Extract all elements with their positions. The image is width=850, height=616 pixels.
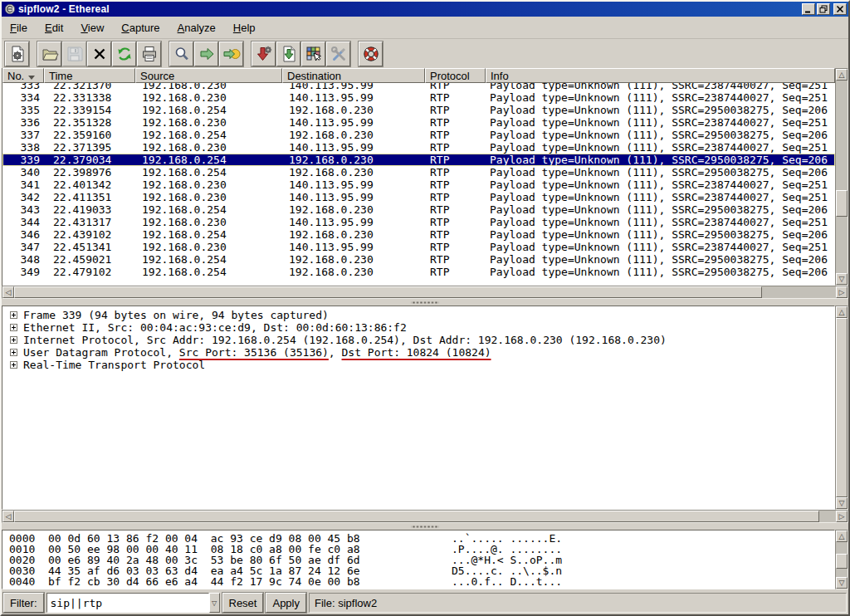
find-packet-button[interactable] [169, 42, 193, 66]
scrollbar-thumb[interactable] [14, 286, 762, 298]
scrollbar-thumb[interactable] [836, 318, 848, 497]
tree-node[interactable]: User Datagram Protocol, Src Port: 35136 … [6, 346, 834, 359]
packet-row[interactable]: 33522.339154192.168.0.254192.168.0.230RT… [2, 104, 835, 116]
scroll-up-arrow-icon[interactable]: △ [836, 530, 848, 542]
reset-button[interactable]: Reset [222, 593, 264, 613]
scroll-right-arrow-icon[interactable]: ▷ [836, 286, 848, 298]
filter-dropdown-arrow-icon[interactable]: ▽ [209, 593, 220, 613]
pane-splitter-bottom[interactable] [2, 523, 848, 530]
scroll-down-arrow-icon[interactable]: ▽ [836, 577, 848, 589]
apply-button[interactable]: Apply [266, 593, 306, 613]
print-button[interactable] [137, 42, 161, 66]
hex-vscrollbar[interactable]: △ ▽ [835, 530, 848, 589]
packet-row[interactable]: 34622.439102192.168.0.254192.168.0.230RT… [2, 228, 835, 241]
scrollbar-thumb[interactable] [836, 190, 848, 217]
expand-plus-icon[interactable] [10, 336, 17, 344]
scroll-left-arrow-icon[interactable]: ◁ [2, 286, 14, 298]
packet-list-viewport: 33322.321370192.168.0.230140.113.95.99RT… [2, 83, 835, 286]
main-toolbar [2, 39, 848, 68]
filter-button[interactable]: Filter: [3, 593, 44, 613]
column-header-dst[interactable]: Destination [282, 68, 425, 83]
close-button[interactable] [833, 3, 847, 15]
preferences-button[interactable] [326, 42, 350, 66]
packet-row[interactable]: 34422.431317192.168.0.230140.113.95.99RT… [2, 216, 835, 228]
tree-node[interactable]: Ethernet II, Src: 00:04:ac:93:ce:d9, Dst… [6, 321, 834, 334]
scroll-up-arrow-icon[interactable]: △ [836, 306, 848, 318]
hex-row[interactable]: 0040bf f2 cb 30 d4 66 e6 a4 44 f2 17 9c … [9, 576, 834, 587]
packet-row[interactable]: 34722.451341192.168.0.230140.113.95.99RT… [2, 241, 835, 253]
close-file-button[interactable] [87, 42, 111, 66]
column-header-src[interactable]: Source [135, 68, 282, 83]
menu-edit[interactable]: Edit [45, 22, 63, 34]
help-button[interactable] [359, 42, 383, 66]
packet-row[interactable]: 33622.351328192.168.0.230140.113.95.99RT… [2, 116, 835, 129]
go-to-packet-icon [222, 45, 241, 63]
menu-file[interactable]: File [10, 22, 27, 34]
reload-button[interactable] [112, 42, 136, 66]
expand-plus-icon[interactable] [10, 311, 17, 319]
title-bar[interactable]: sipflow2 - Ethereal [2, 2, 848, 17]
scrollbar-thumb[interactable] [836, 554, 848, 569]
menu-capture[interactable]: Capture [121, 22, 159, 34]
expand-plus-icon[interactable] [10, 324, 17, 331]
packet-list-vscrollbar[interactable]: △ ▽ [835, 68, 848, 286]
menu-analyze[interactable]: Analyze [178, 22, 216, 34]
tree-node[interactable]: Internet Protocol, Src Addr: 192.168.0.2… [6, 334, 834, 346]
scroll-right-arrow-icon[interactable]: ▷ [836, 511, 848, 522]
annotation-red-underline: Dst Port: 10824 (10824) [342, 346, 491, 359]
hex-dump: 000000 0d 60 13 86 f2 00 04 ac 93 ce d9 … [2, 530, 835, 589]
scroll-left-arrow-icon[interactable]: ◁ [2, 511, 14, 522]
packet-row[interactable]: 33722.359160192.168.0.254192.168.0.230RT… [2, 129, 835, 141]
packet-row[interactable]: 34322.419033192.168.0.254192.168.0.230RT… [2, 203, 835, 216]
scroll-up-arrow-icon[interactable]: △ [836, 69, 848, 81]
scrollbar-track[interactable] [836, 542, 848, 577]
pane-splitter-top[interactable] [2, 299, 848, 306]
packet-row[interactable]: 34922.479102192.168.0.254192.168.0.230RT… [2, 266, 835, 278]
packet-list-hscrollbar[interactable]: ◁ ▷ [2, 286, 848, 299]
tree-node[interactable]: Frame 339 (94 bytes on wire, 94 bytes ca… [6, 309, 834, 321]
menu-help[interactable]: Help [233, 22, 256, 34]
menu-view[interactable]: View [81, 22, 104, 34]
column-header-no[interactable]: No. [2, 68, 44, 83]
scrollbar-track[interactable] [836, 318, 848, 497]
help-icon [362, 45, 380, 63]
scroll-down-arrow-icon[interactable]: ▽ [836, 273, 848, 285]
packet-row-selected[interactable]: 33922.379034192.168.0.254192.168.0.230RT… [2, 154, 835, 166]
restore-button[interactable] [817, 3, 830, 15]
minimize-button[interactable] [802, 3, 815, 15]
tree-node[interactable]: Real-Time Transport Protocol [6, 359, 834, 371]
packet-row[interactable]: 34022.398976192.168.0.254192.168.0.230RT… [2, 166, 835, 178]
expand-plus-icon[interactable] [10, 361, 17, 369]
column-header-proto[interactable]: Protocol [425, 68, 486, 83]
column-header-time[interactable]: Time [44, 68, 135, 83]
edit-capture-filter-button[interactable] [252, 42, 276, 66]
sort-indicator-icon [28, 76, 35, 80]
scroll-down-arrow-icon[interactable]: ▽ [836, 497, 848, 509]
packet-row[interactable]: 33822.371395192.168.0.230140.113.95.99RT… [2, 141, 835, 154]
go-to-packet-button[interactable] [219, 42, 243, 66]
scrollbar-track[interactable] [14, 511, 836, 522]
detail-hscrollbar[interactable]: ◁ ▷ [2, 510, 848, 523]
packet-row[interactable]: 34822.459021192.168.0.254192.168.0.230RT… [2, 253, 835, 266]
packet-row[interactable]: 33422.331338192.168.0.230140.113.95.99RT… [2, 91, 835, 104]
packet-list-pane: No.TimeSourceDestinationProtocolInfo 333… [2, 68, 848, 299]
column-header-row: No.TimeSourceDestinationProtocolInfo [2, 68, 835, 83]
splitter-grip-icon [411, 525, 439, 529]
app-icon [4, 3, 16, 15]
column-header-info[interactable]: Info [486, 68, 835, 83]
go-to-button[interactable] [194, 42, 218, 66]
expand-plus-icon[interactable] [10, 349, 17, 356]
packet-row[interactable]: 34222.411351192.168.0.230140.113.95.99RT… [2, 191, 835, 203]
packet-row[interactable]: 34122.401342192.168.0.230140.113.95.99RT… [2, 178, 835, 191]
coloring-rules-button[interactable] [301, 42, 325, 66]
packet-row[interactable]: 33322.321370192.168.0.230140.113.95.99RT… [2, 83, 835, 91]
scrollbar-track[interactable] [836, 81, 848, 273]
capture-new-button[interactable] [5, 42, 29, 66]
scrollbar-thumb[interactable] [14, 511, 819, 522]
filter-input[interactable] [46, 593, 209, 613]
scrollbar-track[interactable] [14, 286, 836, 298]
close-file-icon [90, 45, 109, 63]
detail-vscrollbar[interactable]: △ ▽ [835, 306, 848, 510]
open-file-button[interactable] [37, 42, 61, 66]
edit-display-filter-button[interactable] [276, 42, 300, 66]
